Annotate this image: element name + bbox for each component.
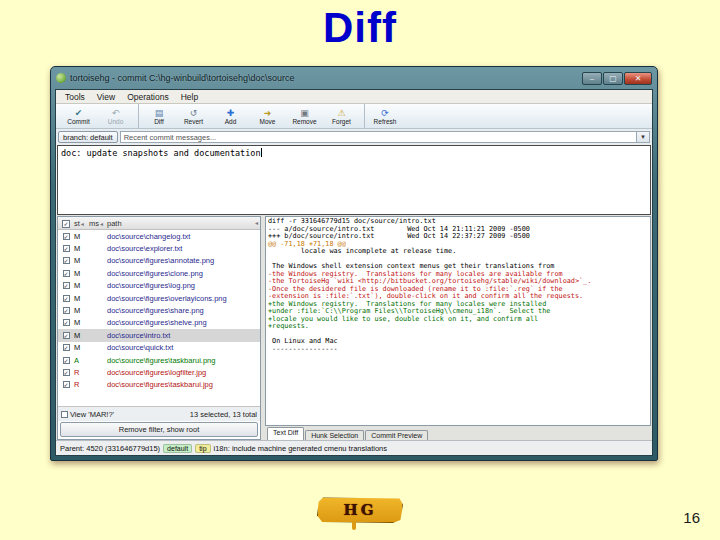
- window-titlebar[interactable]: tortoisehg - commit C:\hg-winbuild\torto…: [51, 67, 657, 89]
- window-client-area: Tools View Operations Help ✔ Commit: [55, 89, 653, 456]
- toolbar-button-label: Add: [225, 118, 237, 125]
- file-checkbox[interactable]: [58, 295, 74, 302]
- file-checkbox[interactable]: [58, 332, 74, 339]
- revision-badges: default tip: [163, 444, 210, 453]
- window-controls: [582, 72, 652, 85]
- file-row[interactable]: M doc\source\explorer.txt: [58, 242, 260, 254]
- file-checkbox[interactable]: [58, 233, 74, 240]
- file-list-pane: st ms path M doc\source\changelog.txt: [57, 216, 261, 440]
- file-status: M: [74, 318, 89, 327]
- file-status: M: [74, 232, 89, 241]
- remove-filter-button[interactable]: Remove filter, show root: [60, 422, 258, 437]
- checkbox-icon: [63, 233, 70, 240]
- file-row[interactable]: A doc\source\figures\taskbarui.png: [58, 354, 260, 366]
- diff-tab-bar: Text Diff Hunk Selection Commit Preview: [265, 426, 651, 440]
- diff-tab[interactable]: Text Diff: [267, 427, 304, 440]
- file-row[interactable]: R doc\source\figures\taskbarui.jpg: [58, 379, 260, 391]
- file-row[interactable]: M doc\source\figures\clone.png: [58, 267, 260, 279]
- file-checkbox[interactable]: [58, 357, 74, 364]
- file-row[interactable]: M doc\source\figures\shelve.png: [58, 317, 260, 329]
- refresh-icon: ⟳: [381, 108, 389, 118]
- file-row[interactable]: M doc\source\intro.txt: [58, 329, 260, 341]
- parent-revision: Parent: 4520 (331646779d15): [60, 444, 160, 453]
- file-row[interactable]: R doc\source\figures\logfilter.jpg: [58, 366, 260, 378]
- toolbar-button[interactable]: ▤ Diff: [138, 104, 175, 128]
- file-checkbox[interactable]: [58, 282, 74, 289]
- diff-tab[interactable]: Hunk Selection: [305, 430, 364, 440]
- column-header-st[interactable]: st: [74, 219, 89, 228]
- file-status: M: [74, 343, 89, 352]
- file-status: M: [74, 256, 89, 265]
- checkbox-icon: [63, 295, 70, 302]
- file-row[interactable]: M doc\source\figures\overlayicons.png: [58, 292, 260, 304]
- file-checkbox[interactable]: [58, 270, 74, 277]
- commit-message-input[interactable]: doc: update snapshots and documentation: [57, 145, 651, 215]
- file-list-footer: View 'MAR!?' 13 selected, 13 total: [58, 406, 260, 421]
- checkbox-icon: [63, 257, 70, 264]
- checkbox-icon: [63, 369, 70, 376]
- file-checkbox[interactable]: [58, 381, 74, 388]
- toolbar-button[interactable]: ⟳ Refresh: [364, 104, 401, 128]
- file-row[interactable]: M doc\source\figures\log.png: [58, 280, 260, 292]
- file-row[interactable]: M doc\source\changelog.txt: [58, 230, 260, 242]
- file-path: doc\source\quick.txt: [107, 343, 260, 352]
- file-checkbox[interactable]: [58, 257, 74, 264]
- file-path: doc\source\figures\clone.png: [107, 269, 260, 278]
- menu-item[interactable]: Operations: [122, 92, 174, 102]
- menu-item[interactable]: Help: [176, 92, 203, 102]
- close-button[interactable]: [624, 72, 652, 85]
- diff-line: locale was incomplete at release time.: [268, 248, 650, 256]
- toolbar-button[interactable]: ↺ Revert: [175, 104, 212, 128]
- toolbar-button[interactable]: ▣ Remove: [286, 104, 323, 128]
- toolbar: ✔ Commit ↶ Undo ▤ Diff ↺: [56, 104, 652, 129]
- file-status: R: [74, 368, 89, 377]
- checkbox-icon: [62, 220, 69, 228]
- file-checkbox[interactable]: [58, 344, 74, 351]
- toolbar-button-label: Revert: [184, 118, 203, 125]
- file-checkbox[interactable]: [58, 245, 74, 252]
- file-row[interactable]: M doc\source\figures\share.png: [58, 304, 260, 316]
- menu-item[interactable]: View: [92, 92, 120, 102]
- menu-item[interactable]: Tools: [60, 92, 90, 102]
- file-status: M: [74, 244, 89, 253]
- file-checkbox[interactable]: [58, 319, 74, 326]
- file-status: M: [74, 294, 89, 303]
- forget-icon: ⚠: [337, 108, 345, 118]
- remove-icon: ▣: [300, 108, 309, 118]
- text-cursor: [261, 148, 262, 157]
- branch-button[interactable]: branch: default: [58, 131, 118, 143]
- column-header-path[interactable]: path: [107, 219, 260, 228]
- toolbar-button[interactable]: ➜ Move: [249, 104, 286, 128]
- file-list-header[interactable]: st ms path: [58, 217, 260, 230]
- file-checkbox[interactable]: [58, 369, 74, 376]
- column-header-ms[interactable]: ms: [89, 219, 107, 228]
- toolbar-button[interactable]: ⚠ Forget: [323, 104, 360, 128]
- tortoisehg-commit-window: tortoisehg - commit C:\hg-winbuild\torto…: [50, 66, 658, 461]
- file-list[interactable]: M doc\source\changelog.txt M doc\source\…: [58, 230, 260, 406]
- file-row[interactable]: M doc\source\figures\annotate.png: [58, 255, 260, 267]
- minimize-button[interactable]: [582, 72, 602, 85]
- checkbox-icon: [63, 307, 70, 314]
- checkbox-icon: [63, 381, 70, 388]
- file-checkbox[interactable]: [58, 307, 74, 314]
- add-icon: ✚: [227, 108, 235, 118]
- status-bar: Parent: 4520 (331646779d15) default tip …: [56, 440, 652, 455]
- commit-icon: ✔: [75, 108, 83, 118]
- checkbox-icon: [63, 357, 70, 364]
- file-row[interactable]: M doc\source\quick.txt: [58, 342, 260, 354]
- select-all-checkbox[interactable]: [58, 219, 74, 228]
- diff-text-view[interactable]: diff -r 331646779d15 doc/source/intro.tx…: [265, 216, 651, 426]
- toolbar-button[interactable]: ✚ Add: [212, 104, 249, 128]
- file-path: doc\source\figures\taskbarui.jpg: [107, 380, 260, 389]
- branch-row: branch: default Recent commit messages..…: [56, 129, 652, 145]
- file-status: M: [74, 306, 89, 315]
- toolbar-button[interactable]: ↶ Undo: [97, 104, 134, 128]
- menu-bar: Tools View Operations Help: [56, 90, 652, 104]
- chevron-down-icon[interactable]: [636, 132, 649, 142]
- maximize-button[interactable]: [603, 72, 623, 85]
- diff-tab[interactable]: Commit Preview: [365, 430, 428, 440]
- recent-messages-combobox[interactable]: Recent commit messages...: [120, 131, 650, 143]
- main-split-area: st ms path M doc\source\changelog.txt: [56, 215, 652, 440]
- toolbar-button[interactable]: ✔ Commit: [60, 104, 97, 128]
- view-mar-checkbox[interactable]: View 'MAR!?': [61, 410, 114, 419]
